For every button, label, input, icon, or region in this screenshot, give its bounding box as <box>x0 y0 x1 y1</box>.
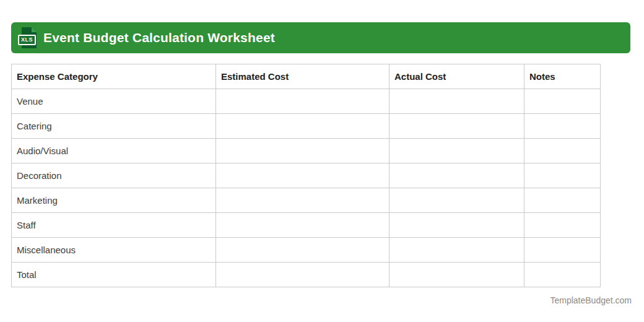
table-row-staff: Staff <box>12 213 601 238</box>
actual-cost-cell <box>389 213 524 238</box>
xls-file-icon: XLS <box>19 27 37 48</box>
notes-cell <box>524 89 601 114</box>
category-cell: Decoration <box>12 163 216 188</box>
table-row-audio-visual: Audio/Visual <box>12 139 601 163</box>
column-header-notes: Notes <box>524 64 601 89</box>
table-row-decoration: Decoration <box>12 163 601 188</box>
category-cell: Venue <box>12 89 216 114</box>
column-header-expense-category: Expense Category <box>12 64 216 89</box>
actual-cost-cell <box>389 238 524 263</box>
actual-cost-cell <box>389 263 524 287</box>
category-cell: Miscellaneous <box>12 238 216 263</box>
notes-cell <box>524 263 601 287</box>
table-row-miscellaneous: Miscellaneous <box>12 238 601 263</box>
notes-cell <box>524 139 601 163</box>
page-title: Event Budget Calculation Worksheet <box>43 30 275 45</box>
table-row-marketing: Marketing <box>12 188 601 213</box>
category-cell: Staff <box>12 213 216 238</box>
actual-cost-cell <box>389 89 524 114</box>
table-row-catering: Catering <box>12 114 601 139</box>
column-header-actual-cost: Actual Cost <box>389 64 524 89</box>
estimated-cost-cell <box>216 163 389 188</box>
estimated-cost-cell <box>216 114 389 139</box>
column-header-estimated-cost: Estimated Cost <box>216 64 389 89</box>
table-row-total: Total <box>12 263 601 287</box>
budget-table: Expense Category Estimated Cost Actual C… <box>11 64 601 287</box>
notes-cell <box>524 238 601 263</box>
actual-cost-cell <box>389 114 524 139</box>
brand-watermark: TemplateBudget.com <box>550 295 632 305</box>
notes-cell <box>524 188 601 213</box>
actual-cost-cell <box>389 139 524 163</box>
actual-cost-cell <box>389 163 524 188</box>
category-cell: Total <box>12 263 216 287</box>
notes-cell <box>524 163 601 188</box>
worksheet-header-bar: XLS Event Budget Calculation Worksheet <box>11 22 630 53</box>
table-row-venue: Venue <box>12 89 601 114</box>
notes-cell <box>524 213 601 238</box>
category-cell: Audio/Visual <box>12 139 216 163</box>
estimated-cost-cell <box>216 139 389 163</box>
estimated-cost-cell <box>216 188 389 213</box>
category-cell: Marketing <box>12 188 216 213</box>
table-header-row: Expense Category Estimated Cost Actual C… <box>12 64 601 89</box>
notes-cell <box>524 114 601 139</box>
xls-file-icon-badge: XLS <box>18 35 36 45</box>
xls-file-icon-folded-corner <box>32 27 37 32</box>
category-cell: Catering <box>12 114 216 139</box>
estimated-cost-cell <box>216 213 389 238</box>
estimated-cost-cell <box>216 263 389 287</box>
estimated-cost-cell <box>216 238 389 263</box>
actual-cost-cell <box>389 188 524 213</box>
estimated-cost-cell <box>216 89 389 114</box>
